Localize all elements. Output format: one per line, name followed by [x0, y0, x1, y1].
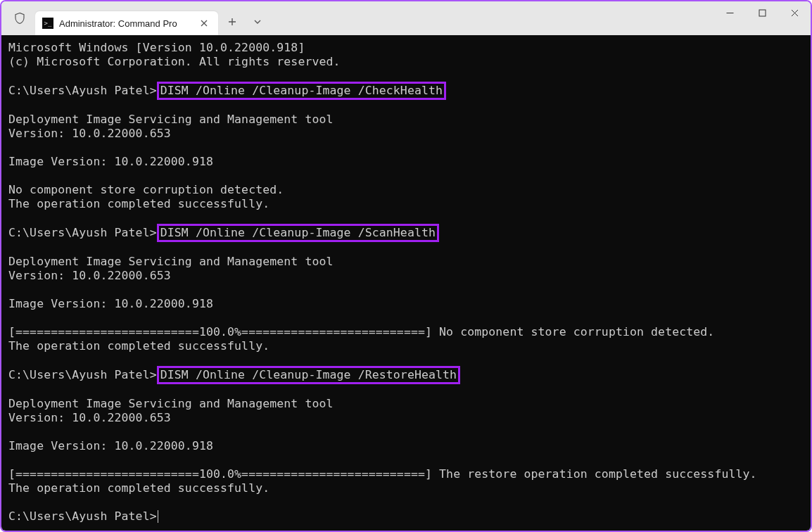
close-button[interactable]: [778, 1, 811, 24]
prompt: C:\Users\Ayush Patel>: [8, 368, 157, 381]
command-highlighted: DISM /Online /Cleanup-Image /CheckHealth: [157, 82, 446, 100]
dism-version: Version: 10.0.22000.653: [8, 127, 171, 140]
tab-dropdown-button[interactable]: [246, 11, 269, 33]
dism-title: Deployment Image Servicing and Managemen…: [8, 113, 334, 126]
svg-rect-5: [759, 10, 766, 16]
image-version: Image Version: 10.0.22000.918: [8, 439, 213, 452]
command-prompt-icon: >_: [42, 18, 53, 29]
shield-icon: [13, 11, 27, 25]
terminal-output[interactable]: Microsoft Windows [Version 10.0.22000.91…: [1, 35, 811, 531]
window-controls: [713, 1, 811, 35]
progress-line: [==========================100.0%=======…: [8, 467, 757, 481]
image-version: Image Version: 10.0.22000.918: [8, 155, 213, 168]
tab-close-button[interactable]: [197, 16, 211, 30]
minimize-button[interactable]: [713, 1, 746, 24]
maximize-button[interactable]: [746, 1, 778, 24]
text-cursor: [158, 510, 159, 523]
os-header-line: Microsoft Windows [Version 10.0.22000.91…: [8, 41, 305, 54]
prompt: C:\Users\Ayush Patel>: [8, 509, 157, 523]
tab-active[interactable]: >_ Administrator: Command Pro: [35, 11, 218, 35]
result-success: The operation completed successfully.: [8, 197, 269, 210]
prompt: C:\Users\Ayush Patel>: [8, 226, 157, 239]
dism-version: Version: 10.0.22000.653: [8, 411, 171, 424]
tab-title: Administrator: Command Pro: [59, 18, 177, 29]
window-titlebar: >_ Administrator: Command Pro: [1, 1, 811, 35]
dism-title: Deployment Image Servicing and Managemen…: [8, 255, 334, 268]
dism-version: Version: 10.0.22000.653: [8, 269, 171, 282]
dism-title: Deployment Image Servicing and Managemen…: [8, 397, 334, 410]
command-highlighted: DISM /Online /Cleanup-Image /RestoreHeal…: [157, 366, 460, 384]
copyright-line: (c) Microsoft Corporation. All rights re…: [8, 55, 341, 68]
image-version: Image Version: 10.0.22000.918: [8, 297, 213, 310]
new-tab-button[interactable]: [221, 11, 243, 33]
result-success: The operation completed successfully.: [8, 339, 269, 353]
result-success: The operation completed successfully.: [8, 481, 269, 495]
command-highlighted: DISM /Online /Cleanup-Image /ScanHealth: [157, 224, 439, 242]
prompt: C:\Users\Ayush Patel>: [8, 84, 157, 97]
titlebar-left: >_ Administrator: Command Pro: [7, 1, 269, 35]
result-no-corruption: No component store corruption detected.: [8, 183, 284, 196]
progress-line: [==========================100.0%=======…: [8, 325, 714, 338]
